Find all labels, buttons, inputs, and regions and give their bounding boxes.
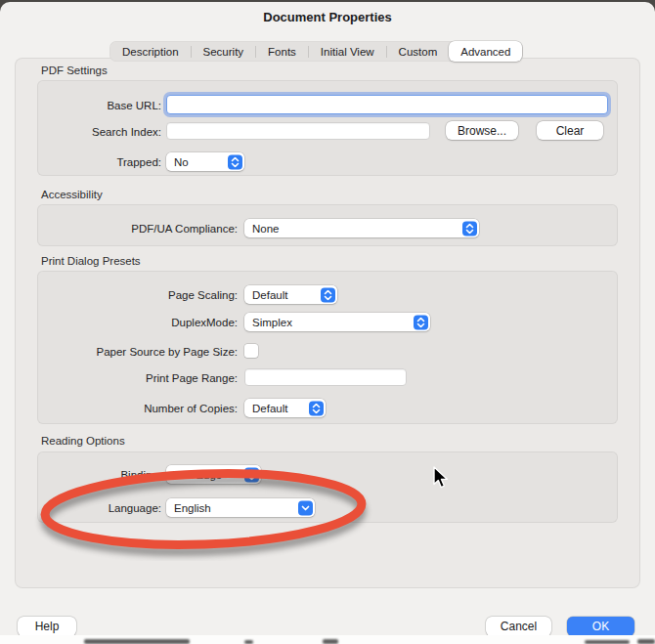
search-index-input[interactable] — [166, 122, 430, 140]
pdfua-compliance-label: PDF/UA Compliance: — [20, 223, 238, 235]
background-smudge — [585, 640, 630, 644]
stepper-icon — [414, 315, 428, 329]
stepper-icon — [309, 401, 324, 415]
clear-button[interactable]: Clear — [537, 121, 603, 140]
trapped-value: No — [174, 156, 189, 168]
section-title-print-presets: Print Dialog Presets — [41, 255, 141, 267]
chevron-down-icon — [298, 500, 313, 515]
binding-dropdown[interactable]: Left Edge — [166, 465, 261, 484]
base-url-label: Base URL: — [20, 100, 161, 111]
help-button[interactable]: Help — [18, 617, 76, 636]
language-label: Language: — [20, 502, 161, 514]
section-title-pdf-settings: PDF Settings — [41, 64, 108, 76]
trapped-dropdown[interactable]: No — [166, 152, 244, 171]
binding-value: Left Edge — [174, 469, 222, 481]
page-scaling-dropdown[interactable]: Default — [244, 285, 337, 304]
language-value: English — [174, 502, 211, 514]
page-scaling-label: Page Scaling: — [20, 289, 238, 301]
binding-label: Binding: — [20, 469, 161, 481]
number-of-copies-dropdown[interactable]: Default — [244, 399, 326, 417]
background-document-sliver — [0, 635, 655, 644]
print-page-range-input[interactable] — [244, 368, 407, 386]
ok-button[interactable]: OK — [567, 617, 634, 636]
print-page-range-label: Print Page Range: — [20, 372, 238, 384]
background-smudge — [244, 640, 253, 644]
duplex-mode-dropdown[interactable]: Simplex — [244, 313, 430, 331]
background-smudge — [323, 639, 338, 644]
tab-advanced[interactable]: Advanced — [449, 41, 522, 62]
trapped-label: Trapped: — [20, 156, 161, 168]
stepper-icon — [462, 221, 477, 236]
pdfua-compliance-value: None — [252, 223, 280, 235]
pdfua-compliance-dropdown[interactable]: None — [244, 219, 479, 237]
cancel-button[interactable]: Cancel — [486, 617, 551, 636]
base-url-input[interactable] — [166, 95, 608, 114]
number-of-copies-value: Default — [252, 403, 287, 414]
search-index-label: Search Index: — [20, 126, 161, 138]
stepper-icon — [321, 287, 335, 302]
page-scaling-value: Default — [252, 289, 287, 301]
tab-initial-view[interactable]: Initial View — [309, 41, 386, 62]
duplex-mode-label: DuplexMode: — [20, 317, 238, 328]
document-properties-dialog: Document Properties Description Security… — [0, 2, 655, 635]
dialog-title: Document Properties — [0, 10, 655, 24]
stepper-icon — [228, 154, 242, 169]
tab-description[interactable]: Description — [110, 41, 191, 62]
paper-source-label: Paper Source by Page Size: — [20, 346, 238, 358]
tab-fonts[interactable]: Fonts — [256, 41, 308, 62]
tab-security[interactable]: Security — [192, 41, 256, 62]
tab-bar: Description Security Fonts Initial View … — [109, 41, 523, 62]
section-title-accessibility: Accessibility — [41, 189, 103, 200]
number-of-copies-label: Number of Copies: — [20, 403, 238, 414]
section-title-reading-options: Reading Options — [41, 435, 125, 447]
background-smudge — [637, 639, 655, 644]
stepper-icon — [244, 467, 259, 482]
language-dropdown[interactable]: English — [166, 498, 315, 517]
background-smudge — [84, 639, 190, 644]
browse-button[interactable]: Browse... — [446, 121, 518, 140]
tab-custom[interactable]: Custom — [387, 41, 450, 62]
duplex-mode-value: Simplex — [252, 317, 292, 328]
paper-source-checkbox[interactable] — [244, 344, 258, 358]
